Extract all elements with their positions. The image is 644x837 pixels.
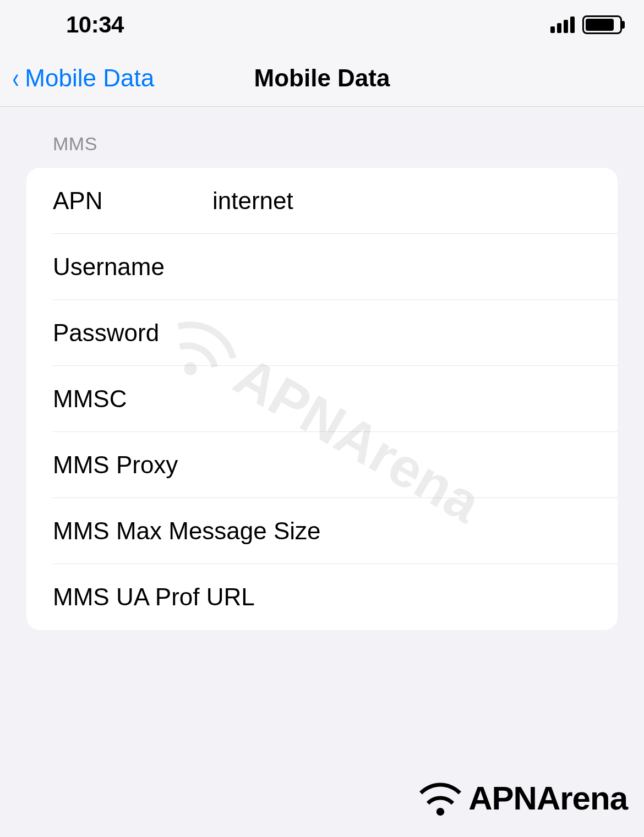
- row-mmsc[interactable]: MMSC: [26, 366, 618, 432]
- mms-ua-prof-field[interactable]: [255, 583, 591, 611]
- row-label: MMS UA Prof URL: [53, 583, 255, 611]
- back-button-label: Mobile Data: [25, 64, 154, 92]
- wifi-icon: [417, 774, 464, 822]
- row-label: MMS Proxy: [53, 451, 212, 479]
- password-field[interactable]: [212, 319, 591, 347]
- row-password[interactable]: Password: [26, 300, 618, 366]
- row-mms-max-message-size[interactable]: MMS Max Message Size: [26, 498, 618, 564]
- section-header: MMS: [26, 133, 618, 168]
- page-title: Mobile Data: [254, 64, 390, 92]
- footer-logo: APNArena: [417, 774, 627, 822]
- status-icons: [550, 15, 622, 34]
- cellular-signal-icon: [550, 17, 575, 33]
- mmsc-field[interactable]: [212, 385, 591, 413]
- row-label: Username: [53, 253, 212, 281]
- apn-field[interactable]: [212, 187, 591, 215]
- row-apn[interactable]: APN: [26, 168, 618, 234]
- mms-proxy-field[interactable]: [212, 451, 591, 479]
- username-field[interactable]: [212, 253, 591, 281]
- row-username[interactable]: Username: [26, 234, 618, 300]
- back-button[interactable]: ‹ Mobile Data: [11, 64, 154, 92]
- footer-logo-text: APNArena: [468, 779, 627, 817]
- content: MMS APN Username Password MMSC MMS Proxy…: [0, 107, 644, 657]
- navigation-bar: ‹ Mobile Data Mobile Data: [0, 50, 644, 107]
- row-mms-ua-prof-url[interactable]: MMS UA Prof URL: [26, 564, 618, 630]
- settings-group-mms: APN Username Password MMSC MMS Proxy MMS…: [26, 168, 618, 630]
- status-bar: 10:34: [0, 0, 644, 50]
- row-mms-proxy[interactable]: MMS Proxy: [26, 432, 618, 498]
- row-label: APN: [53, 187, 212, 215]
- status-time: 10:34: [66, 12, 124, 38]
- row-label: Password: [53, 319, 212, 347]
- chevron-left-icon: ‹: [13, 64, 19, 92]
- row-label: MMS Max Message Size: [53, 517, 321, 545]
- row-label: MMSC: [53, 385, 212, 413]
- battery-icon: [582, 15, 622, 34]
- mms-max-size-field[interactable]: [321, 517, 618, 545]
